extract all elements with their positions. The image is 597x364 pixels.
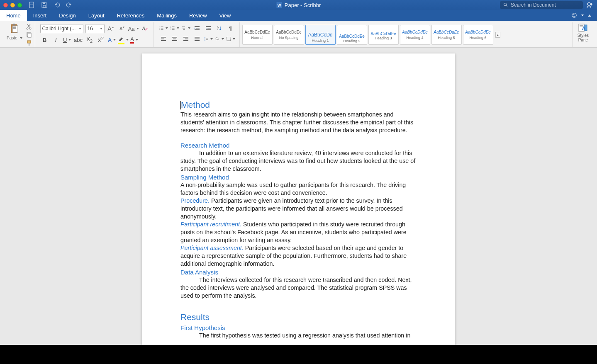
change-case-button[interactable]: Aa <box>129 24 138 33</box>
font-size-combo[interactable]: 16 <box>85 24 105 33</box>
border-button[interactable] <box>226 35 235 43</box>
svg-point-10 <box>587 2 590 5</box>
svg-rect-55 <box>172 40 177 41</box>
minimize-window-button[interactable] <box>10 3 15 7</box>
redo-icon[interactable] <box>66 2 73 8</box>
svg-rect-62 <box>206 38 208 38</box>
bold-button[interactable]: B <box>40 36 49 44</box>
svg-rect-4 <box>43 2 45 4</box>
svg-text:A: A <box>142 26 145 31</box>
bullets-button[interactable] <box>159 24 168 32</box>
fullscreen-window-button[interactable] <box>17 3 22 7</box>
increase-indent-button[interactable] <box>204 24 213 32</box>
underline-button[interactable]: U <box>63 36 72 44</box>
subscript-button[interactable]: X2 <box>85 36 94 44</box>
superscript-button[interactable]: X2 <box>96 36 105 44</box>
tab-review[interactable]: Review <box>183 10 213 21</box>
svg-rect-45 <box>206 26 211 27</box>
grow-font-button[interactable]: A▲ <box>107 24 116 33</box>
close-window-button[interactable] <box>3 3 8 7</box>
align-right-button[interactable] <box>181 35 190 43</box>
align-center-button[interactable] <box>170 35 179 43</box>
svg-rect-30 <box>161 28 163 28</box>
ribbon-home: Paste Calibri Light (... 16 A▲ A▼ Aa A B… <box>0 21 597 48</box>
styles-pane-button[interactable]: A StylesPane <box>573 22 593 47</box>
style-normal[interactable]: AaBbCcDdEeNormal <box>242 25 273 45</box>
svg-rect-61 <box>195 40 200 41</box>
svg-point-31 <box>159 29 160 30</box>
justify-button[interactable] <box>193 35 202 43</box>
svg-rect-59 <box>195 37 200 38</box>
copy-icon[interactable] <box>26 32 32 38</box>
style-heading-5[interactable]: AaBbCcDdEeHeading 5 <box>431 25 462 45</box>
text-effects-button[interactable]: A <box>107 36 117 44</box>
heading-results: Results <box>180 312 417 322</box>
align-left-button[interactable] <box>159 35 168 43</box>
page[interactable]: Method This research aims to gain insigh… <box>142 53 455 364</box>
cut-icon[interactable] <box>26 23 32 30</box>
document-canvas[interactable]: I Method This research aims to gain insi… <box>0 48 597 364</box>
save-icon[interactable] <box>41 2 48 8</box>
font-group: Calibri Light (... 16 A▲ A▼ Aa A B I U a… <box>36 22 154 47</box>
svg-rect-36 <box>172 28 174 28</box>
tab-design[interactable]: Design <box>53 10 82 21</box>
font-name-combo[interactable]: Calibri Light (... <box>40 24 83 33</box>
svg-rect-5 <box>43 5 46 7</box>
decrease-indent-button[interactable] <box>193 24 202 32</box>
svg-rect-65 <box>227 37 230 41</box>
style-heading-6[interactable]: AaBbCcDdEeHeading 6 <box>463 25 493 45</box>
style-heading-3[interactable]: AaBbCcDdEeHeading 3 <box>368 25 399 45</box>
paragraph: Procedure. Participants were given an in… <box>180 197 417 221</box>
share-icon[interactable] <box>586 1 594 9</box>
format-painter-icon[interactable] <box>26 40 32 46</box>
window-controls <box>3 3 22 7</box>
sort-button[interactable]: AZ <box>215 24 224 32</box>
svg-rect-58 <box>183 40 188 41</box>
tab-mailings[interactable]: Mailings <box>151 10 183 21</box>
file-icon[interactable] <box>29 2 35 8</box>
collapse-ribbon-icon[interactable] <box>588 15 591 17</box>
font-color-button[interactable]: A <box>130 36 139 44</box>
styles-scroll-right-icon[interactable]: ▸ <box>495 32 500 38</box>
svg-rect-51 <box>161 39 164 39</box>
svg-rect-60 <box>195 39 200 39</box>
show-marks-button[interactable]: ¶ <box>226 24 235 32</box>
strikethrough-button[interactable]: abc <box>74 36 83 44</box>
paragraph: A non-probability sample was used to gat… <box>180 181 417 197</box>
tab-home[interactable]: Home <box>0 10 27 21</box>
search-icon <box>503 2 508 7</box>
line-spacing-button[interactable] <box>204 35 213 43</box>
tab-view[interactable]: View <box>213 10 237 21</box>
clear-formatting-button[interactable]: A <box>140 24 149 33</box>
smiley-icon[interactable] <box>571 12 577 18</box>
style-heading-4[interactable]: AaBbCcDdEeHeading 4 <box>400 25 430 45</box>
undo-icon[interactable] <box>54 2 60 8</box>
numbering-button[interactable]: 123 <box>170 24 179 32</box>
window-title: W Paper - Scribbr <box>276 2 321 8</box>
svg-point-13 <box>575 15 575 15</box>
tab-references[interactable]: References <box>111 10 151 21</box>
svg-text:Z: Z <box>217 28 219 31</box>
highlight-button[interactable] <box>119 36 128 44</box>
chevron-down-icon[interactable] <box>581 15 584 16</box>
search-input[interactable]: Search in Document <box>500 1 583 9</box>
svg-point-29 <box>159 28 160 29</box>
italic-button[interactable]: I <box>51 36 61 44</box>
svg-rect-17 <box>13 27 16 27</box>
svg-point-27 <box>159 27 160 27</box>
word-icon: W <box>276 2 282 8</box>
paragraph: Participant recruitment. Students who pa… <box>180 221 417 244</box>
style-no-spacing[interactable]: AaBbCcDdEeNo Spacing <box>274 25 304 45</box>
svg-rect-50 <box>161 37 166 38</box>
paste-button[interactable]: Paste <box>7 23 22 40</box>
tab-layout[interactable]: Layout <box>82 10 111 21</box>
tab-insert[interactable]: Insert <box>27 10 53 21</box>
multilevel-list-button[interactable] <box>181 24 190 32</box>
svg-rect-28 <box>161 27 163 27</box>
style-heading-1[interactable]: AaBbCcDdHeading 1 <box>305 25 336 45</box>
svg-rect-15 <box>13 24 15 25</box>
style-heading-2[interactable]: AaBbCcDdEeHeading 2 <box>337 25 367 45</box>
shrink-font-button[interactable]: A▼ <box>118 24 127 33</box>
shading-button[interactable] <box>215 35 224 43</box>
svg-rect-46 <box>207 28 211 29</box>
